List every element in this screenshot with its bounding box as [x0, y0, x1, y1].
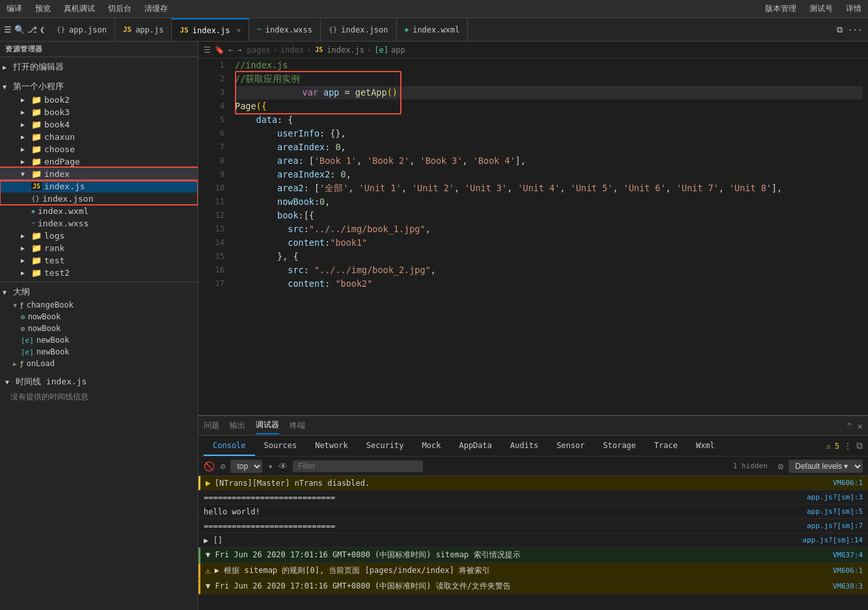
devtools-tab-wxml[interactable]: Wxml: [686, 436, 724, 456]
panel-tab-output[interactable]: 输出: [230, 418, 245, 434]
devtools-tab-console[interactable]: Console: [204, 436, 255, 456]
arrow-index: ▼: [21, 170, 29, 178]
file-index-js-label: index.js: [44, 181, 85, 191]
tab-index-wxss[interactable]: ~ index.wxss: [249, 18, 321, 41]
breadcrumb-forward-icon[interactable]: →: [237, 46, 241, 55]
breadcrumb-bookmark-icon[interactable]: 🔖: [215, 46, 224, 55]
console-link-7[interactable]: VM606:1: [833, 566, 863, 575]
split-editor-icon[interactable]: ⧉: [837, 25, 843, 35]
devtools-tab-trace[interactable]: Trace: [645, 436, 686, 456]
menu-clear-cache[interactable]: 清缓存: [144, 3, 168, 14]
devtools-tab-sensor[interactable]: Sensor: [547, 436, 593, 456]
outline-newBook-2[interactable]: [e] newBook: [0, 346, 198, 358]
folder-test[interactable]: ▶ 📁 test: [0, 254, 198, 267]
tab-index-wxml[interactable]: ◈ index.wxml: [397, 18, 468, 41]
folder-chaxun[interactable]: ▶ 📁 chaxun: [0, 131, 198, 143]
console-filter-input[interactable]: [293, 460, 423, 472]
menu-device-debug[interactable]: 真机调试: [64, 3, 95, 14]
sidebar-section-outline[interactable]: ▼ 大纲: [0, 285, 198, 299]
devtools-tab-mock[interactable]: Mock: [413, 436, 450, 456]
sidebar-section-timeline[interactable]: ▼ 时间线 index.js: [5, 375, 193, 389]
outline-changeBook[interactable]: ▼ ƒ changeBook: [0, 299, 198, 311]
menu-switch-background[interactable]: 切后台: [108, 3, 131, 14]
folder-choose[interactable]: ▶ 📁 choose: [0, 143, 198, 155]
outline-newBook2-label: newBook: [36, 347, 70, 356]
folder-book3[interactable]: ▶ 📁 book3: [0, 106, 198, 118]
console-link-4[interactable]: app.js?[sm]:7: [807, 522, 863, 530]
devtools-tab-security[interactable]: Security: [357, 436, 413, 456]
devtools-tab-audits[interactable]: Audits: [501, 436, 547, 456]
search-icon[interactable]: 🔍: [14, 25, 25, 34]
code-lines[interactable]: //index.js //获取应用实例 var app = getApp() P…: [230, 59, 868, 415]
console-row-2: ============================ app.js?[sm]…: [198, 490, 868, 505]
folder-test2-label: test2: [44, 268, 70, 278]
breadcrumb-js-icon: JS: [314, 46, 324, 54]
menu-compile[interactable]: 编译: [7, 3, 22, 14]
code-line-15: }, {: [235, 250, 863, 263]
outline-nowBook-2[interactable]: ⊙ nowBook: [0, 323, 198, 334]
folder-endpage[interactable]: ▶ 📁 endPage: [0, 155, 198, 168]
devtools-tab-sources[interactable]: Sources: [255, 436, 306, 456]
console-link-5[interactable]: app.js?[sm]:14: [802, 536, 863, 544]
breadcrumb-back-icon[interactable]: ←: [228, 46, 233, 55]
sidebar-section-opened-editors[interactable]: ▶ 打开的编辑器: [0, 60, 198, 74]
outline-label: 大纲: [13, 286, 30, 298]
file-index-wxss[interactable]: ~ index.wxss: [0, 217, 198, 230]
tab-app-js[interactable]: JS app.js: [115, 18, 172, 41]
console-link-6[interactable]: VM637:4: [833, 551, 863, 559]
panel-tab-terminal[interactable]: 终端: [290, 418, 305, 434]
menu-preview[interactable]: 预览: [35, 3, 51, 14]
tab-app-json[interactable]: {} app.json: [49, 18, 115, 41]
outline-onLoad[interactable]: ▶ ƒ onLoad: [0, 358, 198, 369]
context-select[interactable]: top: [230, 460, 262, 473]
folder-test2[interactable]: ▶ 📁 test2: [0, 267, 198, 279]
devtools-tab-network[interactable]: Network: [306, 436, 357, 456]
bottom-panel: 问题 输出 调试器 终端 ⌃ ✕ Console Sources Network…: [198, 415, 868, 610]
console-link-1[interactable]: VM606:1: [833, 479, 863, 487]
sidebar-section-first-app[interactable]: ▼ 第一个小程序: [0, 79, 198, 94]
outline-newBook-1[interactable]: [e] newBook: [0, 334, 198, 346]
outline-nowBook-1[interactable]: ⊙ nowBook: [0, 311, 198, 323]
breadcrumb-menu-icon[interactable]: ☰: [204, 46, 211, 55]
panel-collapse-icon[interactable]: ⌃: [847, 421, 852, 431]
tab-close-index-js[interactable]: ✕: [237, 26, 241, 34]
devtools-dock-icon[interactable]: ⧉: [856, 440, 863, 451]
devtools-tab-appdata[interactable]: AppData: [450, 436, 501, 456]
menu-details[interactable]: 详情: [846, 3, 861, 14]
console-row-8: ▼ Fri Jun 26 2020 17:01:16 GMT+0800 (中国标…: [198, 579, 868, 594]
console-link-2[interactable]: app.js?[sm]:3: [807, 493, 863, 501]
branch-icon[interactable]: ⎇: [27, 25, 37, 34]
breadcrumb-actions[interactable]: ☰ 🔖 ← →: [204, 46, 241, 55]
folder-index[interactable]: ▼ 📁 index: [0, 168, 198, 180]
outline-nowBook1-label: nowBook: [28, 312, 61, 321]
file-index-json[interactable]: {} index.json: [0, 192, 198, 205]
console-stop-icon[interactable]: ⊘: [220, 461, 225, 471]
devtools-tab-storage[interactable]: Storage: [594, 436, 645, 456]
collapse-icon[interactable]: ❮: [40, 25, 45, 34]
tab-index-js[interactable]: JS index.js ✕: [172, 18, 249, 41]
tab-index-json[interactable]: {} index.json: [321, 18, 397, 41]
code-line-5: data: {: [235, 113, 863, 127]
file-index-wxml[interactable]: ◈ index.wxml: [0, 205, 198, 217]
panel-tabs: 问题 输出 调试器 终端 ⌃ ✕: [198, 416, 868, 436]
devtools-more-icon[interactable]: ⋮: [843, 441, 852, 451]
console-link-3[interactable]: app.js?[sm]:5: [807, 507, 863, 516]
menu-test-id[interactable]: 测试号: [809, 3, 833, 14]
console-link-8[interactable]: VM638:3: [833, 582, 863, 590]
folder-logs[interactable]: ▶ 📁 logs: [0, 230, 198, 242]
folder-book4[interactable]: ▶ 📁 book4: [0, 118, 198, 131]
menu-version-manage[interactable]: 版本管理: [765, 3, 796, 14]
folder-book2[interactable]: ▶ 📁 book2: [0, 94, 198, 106]
settings-icon[interactable]: ⚙: [778, 461, 783, 471]
eye-icon[interactable]: 👁: [278, 461, 288, 471]
panel-close-icon[interactable]: ✕: [858, 421, 863, 431]
console-clear-icon[interactable]: 🚫: [204, 461, 215, 471]
log-level-select[interactable]: Default levels ▾: [789, 460, 863, 473]
sidebar-toggle-icon[interactable]: ☰: [4, 25, 12, 34]
more-tabs-icon[interactable]: ···: [848, 25, 863, 34]
file-index-js[interactable]: JS index.js: [0, 180, 198, 192]
panel-tab-issues[interactable]: 问题: [204, 418, 219, 434]
folder-rank[interactable]: ▶ 📁 rank: [0, 242, 198, 254]
panel-tab-debugger[interactable]: 调试器: [256, 417, 279, 434]
folder-book4-label: book4: [44, 120, 70, 129]
